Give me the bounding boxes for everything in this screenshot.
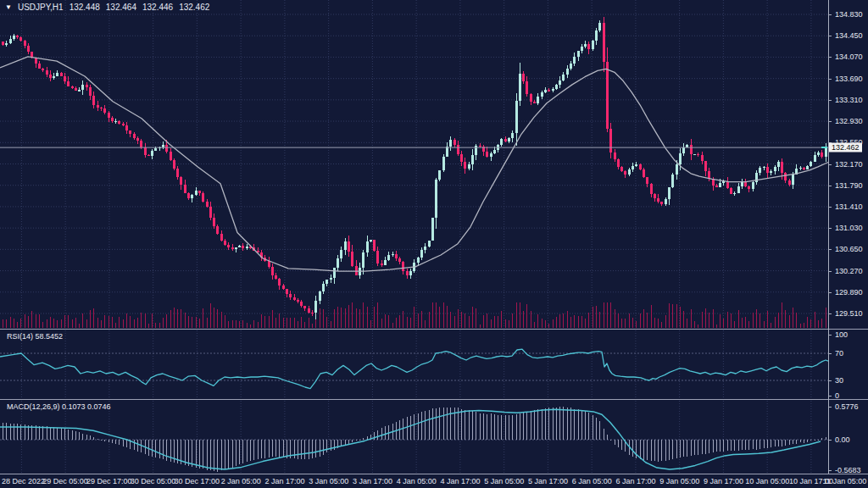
price-tick-label: 131.410 <box>835 202 863 211</box>
panel-separator[interactable] <box>0 329 868 330</box>
time-tick-label: 4 Jan 05:00 <box>397 477 437 485</box>
price-tick-label: 134.830 <box>835 10 863 19</box>
time-tick-label: 28 Dec 2022 <box>2 477 45 485</box>
quote-close: 132.462 <box>179 3 209 12</box>
rsi-tick-label: 70 <box>835 349 843 358</box>
price-tick-label: 133.690 <box>835 75 863 83</box>
time-tick-label: 6 Jan 05:00 <box>572 477 612 485</box>
quote-bar: ▼ USDJPY,H1 132.448 132.464 132.446 132.… <box>5 3 209 12</box>
macd-tick-label: 0.5776 <box>835 402 859 411</box>
current-price-marker-icon <box>821 147 827 148</box>
time-tick-label: 4 Jan 17:00 <box>440 477 480 485</box>
time-tick-label: 9 Jan 05:00 <box>659 477 699 485</box>
symbol-dropdown-icon[interactable]: ▼ <box>5 3 12 11</box>
price-tick-label: 130.270 <box>835 267 863 275</box>
macd-indicator-panel[interactable] <box>0 401 829 474</box>
time-tick-label: 9 Jan 17:00 <box>704 477 743 485</box>
price-tick-label: 134.070 <box>835 53 863 61</box>
price-tick-label: 129.510 <box>835 309 863 318</box>
price-axis-border <box>828 0 829 474</box>
macd-label: MACD(12,26,9) 0.1073 0.0746 <box>7 402 111 411</box>
panel-separator[interactable] <box>0 399 868 400</box>
macd-tick-label: 0.00 <box>835 435 850 444</box>
panel-separator <box>0 474 868 474</box>
time-tick-label: 10 Jan 05:00 <box>745 477 789 485</box>
price-tick-label: 131.030 <box>835 224 863 232</box>
price-tick-label: 134.450 <box>835 31 863 40</box>
quote-low: 132.446 <box>142 3 173 12</box>
rsi-tick-label: 100 <box>835 330 848 339</box>
time-tick-label: 29 Dec 17:00 <box>86 477 132 485</box>
time-tick-label: 2 Jan 05:00 <box>221 477 261 485</box>
quote-open: 132.448 <box>70 3 100 12</box>
quote-high: 132.464 <box>106 3 136 12</box>
price-tick-label: 132.170 <box>835 160 863 169</box>
time-tick-label: 11 Jan 05:00 <box>823 477 866 485</box>
current-price-badge: 132.462 <box>829 143 862 152</box>
rsi-tick-label: 30 <box>835 376 843 385</box>
time-tick-label: 29 Dec 05:00 <box>42 477 88 485</box>
time-tick-label: 2 Jan 17:00 <box>264 477 304 485</box>
time-tick-label: 5 Jan 05:00 <box>484 477 524 485</box>
price-tick-label: 129.890 <box>835 288 863 297</box>
time-tick-label: 6 Jan 17:00 <box>615 477 655 485</box>
price-tick-label: 133.310 <box>835 96 863 104</box>
trading-terminal-chart: ▼ USDJPY,H1 132.448 132.464 132.446 132.… <box>0 0 868 488</box>
price-tick-label: 131.790 <box>835 181 863 190</box>
price-tick-label: 130.650 <box>835 245 863 253</box>
time-tick-label: 3 Jan 05:00 <box>309 477 348 485</box>
rsi-indicator-panel[interactable] <box>0 330 829 399</box>
price-tick-label: 132.930 <box>835 117 863 125</box>
symbol-timeframe-label: USDJPY,H1 <box>18 3 64 12</box>
time-tick-label: 3 Jan 17:00 <box>353 477 392 485</box>
time-tick-label: 30 Dec 05:00 <box>131 477 176 485</box>
main-price-chart[interactable] <box>0 0 829 330</box>
time-tick-label: 30 Dec 17:00 <box>174 477 220 485</box>
rsi-label: RSI(14) 58.5452 <box>7 332 63 341</box>
time-tick-label: 5 Jan 17:00 <box>528 477 568 485</box>
